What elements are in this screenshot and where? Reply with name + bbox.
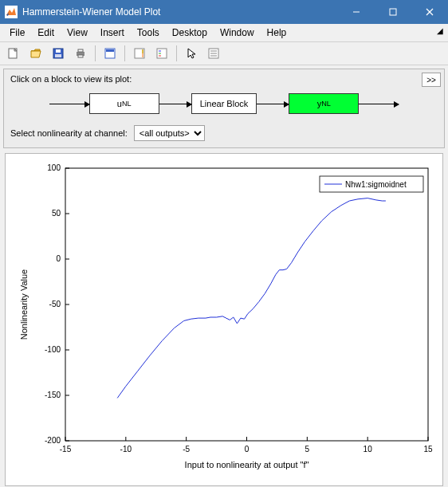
menu-edit[interactable]: Edit [31,26,61,40]
svg-rect-10 [78,49,83,52]
model-structure-panel: >> Click on a block to view its plot: uN… [3,69,445,148]
menu-insert[interactable]: Insert [94,26,131,40]
svg-rect-2 [390,9,396,15]
channel-selector[interactable]: <all outputs> [134,125,205,141]
svg-text:-50: -50 [49,300,61,308]
svg-text:100: 100 [47,163,61,172]
arrow-1-icon [159,104,191,104]
svg-rect-16 [142,49,143,53]
svg-rect-13 [106,49,114,52]
svg-text:15: 15 [423,445,433,454]
menu-window[interactable]: Window [214,26,261,40]
svg-text:-150: -150 [45,391,61,399]
channel-selector-label: Select nonlinearity at channel: [10,128,128,138]
plot-axes[interactable]: -15-10-5051015-200-150-100-50050100Input… [5,153,443,486]
svg-text:0: 0 [56,254,61,263]
menu-view[interactable]: View [61,26,94,40]
panel-overflow-button[interactable]: >> [422,73,441,87]
svg-text:-200: -200 [45,436,61,445]
menu-desktop[interactable]: Desktop [166,26,214,40]
output-nonlinearity-block[interactable]: yNL [289,93,359,114]
linear-block[interactable]: Linear Block [191,93,257,114]
svg-text:50: 50 [52,209,61,218]
new-figure-button[interactable] [3,43,24,64]
svg-rect-11 [78,55,83,57]
svg-text:-5: -5 [183,445,190,454]
svg-text:5: 5 [305,445,310,454]
window-titlebar: Hammerstein-Wiener Model Plot [0,0,448,24]
arrow-in-icon [49,104,89,104]
input-nonlinearity-block[interactable]: uNL [89,93,159,114]
matlab-icon [5,6,18,18]
svg-rect-8 [55,54,61,57]
svg-text:-15: -15 [60,445,72,454]
diagram-hint: Click on a block to view its plot: [10,74,438,84]
svg-text:0: 0 [245,445,250,454]
pointer-button[interactable] [181,43,202,64]
svg-text:10: 10 [364,445,373,454]
window-title: Hammerstein-Wiener Model Plot [22,6,160,18]
open-button[interactable] [26,43,46,64]
insert-legend-button[interactable] [151,43,172,64]
arrow-2-icon [257,104,289,104]
toolbar [0,42,448,65]
svg-text:Nhw1:sigmoidnet: Nhw1:sigmoidnet [345,180,407,189]
insert-colorbar-button[interactable] [129,43,150,64]
svg-text:Input to nonlinearity at outpu: Input to nonlinearity at output "f" [185,460,309,469]
property-inspector-button[interactable] [203,43,224,64]
menu-help[interactable]: Help [261,26,293,40]
window-maximize-button[interactable] [375,0,411,24]
window-close-button[interactable] [411,0,448,24]
window-minimize-button[interactable] [338,0,375,24]
svg-rect-25 [65,168,428,441]
svg-text:Nonlinearity Value: Nonlinearity Value [19,269,29,340]
block-diagram: uNL Linear Block yNL [10,88,438,119]
menu-file[interactable]: File [3,26,31,40]
print-button[interactable] [70,43,91,64]
svg-rect-7 [56,49,61,53]
link-plot-button[interactable] [100,43,120,64]
save-button[interactable] [48,43,69,64]
svg-rect-17 [157,49,167,58]
menubar: File Edit View Insert Tools Desktop Wind… [0,24,448,42]
arrow-out-icon [359,104,399,104]
toolbar-more-icon[interactable]: ◢ [437,26,443,35]
svg-text:-100: -100 [45,345,61,354]
plot-svg: -15-10-5051015-200-150-100-50050100Input… [6,154,442,485]
svg-text:-10: -10 [120,445,132,454]
menu-tools[interactable]: Tools [131,26,166,40]
